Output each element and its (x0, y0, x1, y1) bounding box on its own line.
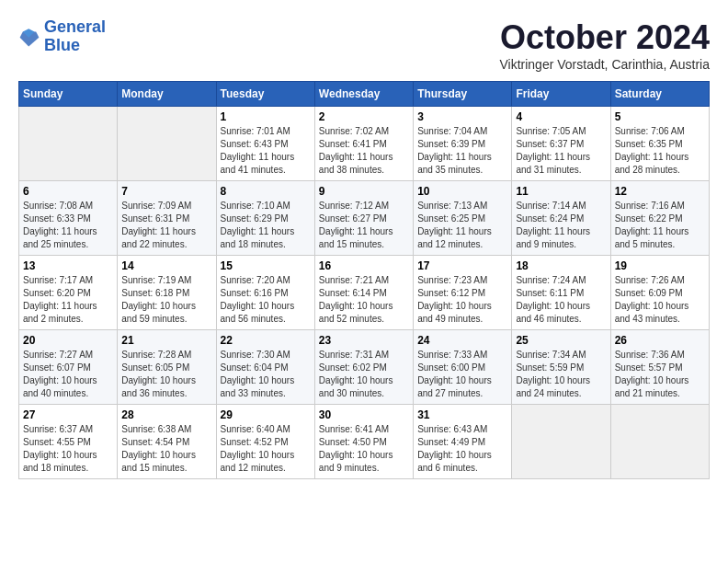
day-detail: Sunrise: 7:09 AMSunset: 6:31 PMDaylight:… (121, 200, 211, 251)
day-detail: Sunrise: 7:24 AMSunset: 6:11 PMDaylight:… (516, 274, 606, 326)
day-number: 27 (23, 408, 113, 421)
day-detail: Sunrise: 7:16 AMSunset: 6:22 PMDaylight:… (615, 200, 705, 251)
calendar-cell: 16Sunrise: 7:21 AMSunset: 6:14 PMDayligh… (314, 256, 413, 330)
header-day-monday: Monday (118, 82, 216, 107)
day-detail: Sunrise: 7:05 AMSunset: 6:37 PMDaylight:… (516, 125, 606, 177)
day-detail: Sunrise: 6:40 AMSunset: 4:52 PMDaylight:… (221, 423, 311, 475)
calendar-cell (118, 107, 216, 181)
day-detail: Sunrise: 7:26 AMSunset: 6:09 PMDaylight:… (615, 274, 705, 326)
day-detail: Sunrise: 7:30 AMSunset: 6:04 PMDaylight:… (221, 349, 311, 400)
day-number: 3 (417, 110, 507, 123)
calendar-cell: 6Sunrise: 7:08 AMSunset: 6:33 PMDaylight… (19, 181, 118, 256)
calendar-cell: 21Sunrise: 7:28 AMSunset: 6:05 PMDayligh… (118, 330, 216, 405)
day-number: 8 (221, 185, 311, 198)
calendar-cell: 13Sunrise: 7:17 AMSunset: 6:20 PMDayligh… (19, 256, 118, 330)
day-detail: Sunrise: 7:04 AMSunset: 6:39 PMDaylight:… (417, 125, 507, 177)
day-number: 31 (417, 408, 507, 421)
day-detail: Sunrise: 6:37 AMSunset: 4:55 PMDaylight:… (23, 423, 113, 475)
calendar-cell: 7Sunrise: 7:09 AMSunset: 6:31 PMDaylight… (118, 181, 216, 256)
day-number: 16 (319, 259, 409, 272)
calendar-cell: 11Sunrise: 7:14 AMSunset: 6:24 PMDayligh… (512, 181, 610, 256)
header-day-thursday: Thursday (414, 82, 512, 107)
header-day-friday: Friday (512, 82, 610, 107)
day-number: 10 (417, 185, 507, 198)
day-number: 18 (516, 259, 606, 272)
day-number: 14 (121, 259, 211, 272)
day-number: 22 (221, 334, 311, 347)
calendar-body: 1Sunrise: 7:01 AMSunset: 6:43 PMDaylight… (19, 107, 710, 479)
day-number: 17 (417, 259, 507, 272)
calendar-cell: 17Sunrise: 7:23 AMSunset: 6:12 PMDayligh… (414, 256, 512, 330)
calendar-cell (610, 405, 709, 479)
day-number: 7 (121, 185, 211, 198)
day-number: 2 (319, 110, 409, 123)
calendar-header: SundayMondayTuesdayWednesdayThursdayFrid… (19, 82, 710, 107)
day-detail: Sunrise: 7:36 AMSunset: 5:57 PMDaylight:… (615, 349, 705, 400)
day-detail: Sunrise: 7:20 AMSunset: 6:16 PMDaylight:… (221, 274, 311, 326)
calendar-cell: 10Sunrise: 7:13 AMSunset: 6:25 PMDayligh… (414, 181, 512, 256)
calendar-cell: 15Sunrise: 7:20 AMSunset: 6:16 PMDayligh… (216, 256, 314, 330)
day-detail: Sunrise: 6:41 AMSunset: 4:50 PMDaylight:… (319, 423, 409, 475)
day-number: 21 (121, 334, 211, 347)
day-number: 26 (615, 334, 705, 347)
calendar-cell: 12Sunrise: 7:16 AMSunset: 6:22 PMDayligh… (610, 181, 709, 256)
day-number: 6 (23, 185, 113, 198)
calendar-cell: 24Sunrise: 7:33 AMSunset: 6:00 PMDayligh… (414, 330, 512, 405)
calendar-cell: 25Sunrise: 7:34 AMSunset: 5:59 PMDayligh… (512, 330, 610, 405)
day-detail: Sunrise: 7:28 AMSunset: 6:05 PMDaylight:… (121, 349, 211, 400)
calendar-cell: 14Sunrise: 7:19 AMSunset: 6:18 PMDayligh… (118, 256, 216, 330)
day-detail: Sunrise: 6:43 AMSunset: 4:49 PMDaylight:… (417, 423, 507, 475)
page-header: General Blue October 2024 Viktringer Vor… (18, 18, 710, 72)
day-detail: Sunrise: 7:01 AMSunset: 6:43 PMDaylight:… (221, 125, 311, 177)
header-day-wednesday: Wednesday (314, 82, 413, 107)
calendar-table: SundayMondayTuesdayWednesdayThursdayFrid… (18, 81, 710, 479)
calendar-week-1: 1Sunrise: 7:01 AMSunset: 6:43 PMDaylight… (19, 107, 710, 181)
day-detail: Sunrise: 7:06 AMSunset: 6:35 PMDaylight:… (615, 125, 705, 177)
day-number: 4 (516, 110, 606, 123)
day-number: 11 (516, 185, 606, 198)
calendar-cell: 20Sunrise: 7:27 AMSunset: 6:07 PMDayligh… (19, 330, 118, 405)
day-number: 20 (23, 334, 113, 347)
calendar-cell: 26Sunrise: 7:36 AMSunset: 5:57 PMDayligh… (610, 330, 709, 405)
calendar-week-5: 27Sunrise: 6:37 AMSunset: 4:55 PMDayligh… (19, 405, 710, 479)
day-detail: Sunrise: 7:19 AMSunset: 6:18 PMDaylight:… (121, 274, 211, 326)
day-detail: Sunrise: 7:12 AMSunset: 6:27 PMDaylight:… (319, 200, 409, 251)
calendar-cell: 2Sunrise: 7:02 AMSunset: 6:41 PMDaylight… (314, 107, 413, 181)
day-number: 1 (221, 110, 311, 123)
calendar-cell: 9Sunrise: 7:12 AMSunset: 6:27 PMDaylight… (314, 181, 413, 256)
day-number: 9 (319, 185, 409, 198)
calendar-cell: 4Sunrise: 7:05 AMSunset: 6:37 PMDaylight… (512, 107, 610, 181)
day-detail: Sunrise: 7:23 AMSunset: 6:12 PMDaylight:… (417, 274, 507, 326)
logo-text: General Blue (44, 18, 106, 55)
day-number: 13 (23, 259, 113, 272)
day-number: 23 (319, 334, 409, 347)
calendar-cell: 30Sunrise: 6:41 AMSunset: 4:50 PMDayligh… (314, 405, 413, 479)
day-detail: Sunrise: 7:02 AMSunset: 6:41 PMDaylight:… (319, 125, 409, 177)
day-number: 24 (417, 334, 507, 347)
calendar-cell: 1Sunrise: 7:01 AMSunset: 6:43 PMDaylight… (216, 107, 314, 181)
day-detail: Sunrise: 7:21 AMSunset: 6:14 PMDaylight:… (319, 274, 409, 326)
day-detail: Sunrise: 7:17 AMSunset: 6:20 PMDaylight:… (23, 274, 113, 326)
calendar-week-2: 6Sunrise: 7:08 AMSunset: 6:33 PMDaylight… (19, 181, 710, 256)
calendar-cell (512, 405, 610, 479)
calendar-cell: 18Sunrise: 7:24 AMSunset: 6:11 PMDayligh… (512, 256, 610, 330)
day-number: 25 (516, 334, 606, 347)
day-detail: Sunrise: 7:10 AMSunset: 6:29 PMDaylight:… (221, 200, 311, 251)
calendar-cell: 8Sunrise: 7:10 AMSunset: 6:29 PMDaylight… (216, 181, 314, 256)
title-block: October 2024 Viktringer Vorstadt, Carint… (499, 18, 710, 72)
day-detail: Sunrise: 7:13 AMSunset: 6:25 PMDaylight:… (417, 200, 507, 251)
location-subtitle: Viktringer Vorstadt, Carinthia, Austria (499, 57, 710, 72)
logo-icon (18, 26, 40, 48)
calendar-week-3: 13Sunrise: 7:17 AMSunset: 6:20 PMDayligh… (19, 256, 710, 330)
day-number: 29 (221, 408, 311, 421)
calendar-cell: 22Sunrise: 7:30 AMSunset: 6:04 PMDayligh… (216, 330, 314, 405)
header-row: SundayMondayTuesdayWednesdayThursdayFrid… (19, 82, 710, 107)
calendar-cell: 3Sunrise: 7:04 AMSunset: 6:39 PMDaylight… (414, 107, 512, 181)
day-detail: Sunrise: 7:33 AMSunset: 6:00 PMDaylight:… (417, 349, 507, 400)
logo: General Blue (18, 18, 106, 55)
day-detail: Sunrise: 7:08 AMSunset: 6:33 PMDaylight:… (23, 200, 113, 251)
day-number: 12 (615, 185, 705, 198)
day-detail: Sunrise: 7:34 AMSunset: 5:59 PMDaylight:… (516, 349, 606, 400)
header-day-tuesday: Tuesday (216, 82, 314, 107)
day-detail: Sunrise: 7:31 AMSunset: 6:02 PMDaylight:… (319, 349, 409, 400)
